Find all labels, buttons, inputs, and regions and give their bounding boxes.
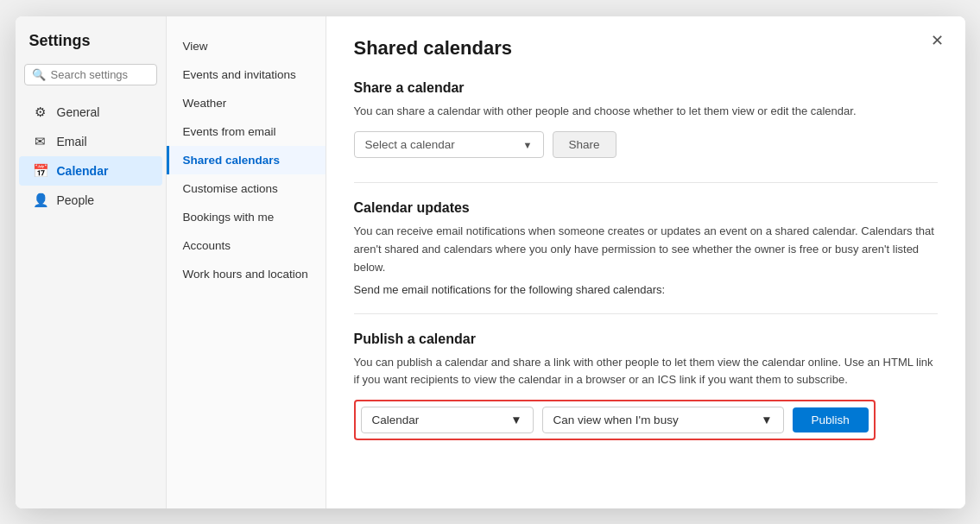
divider-1	[354, 182, 938, 183]
select-calendar-placeholder: Select a calendar	[365, 138, 455, 151]
divider-2	[354, 313, 938, 314]
sidebar-item-general[interactable]: ⚙ General	[19, 98, 162, 127]
publish-row: Calendar ▼ Can view when I'm busy ▼ Publ…	[354, 400, 876, 440]
mid-nav-customise-actions[interactable]: Customise actions	[167, 174, 326, 203]
search-box[interactable]: 🔍	[24, 64, 157, 85]
main-content: Shared calendars Share a calendar You ca…	[326, 16, 965, 508]
share-button[interactable]: Share	[553, 131, 616, 158]
email-icon: ✉	[33, 134, 48, 149]
share-calendar-row: Select a calendar ▼ Share	[354, 131, 938, 158]
publish-section-desc: You can publish a calendar and share a l…	[354, 354, 938, 388]
updates-section-heading: Calendar updates	[354, 200, 938, 216]
sidebar: Settings 🔍 ⚙ General ✉ Email 📅 Calendar …	[16, 16, 167, 508]
mid-nav: View Events and invitations Weather Even…	[167, 16, 326, 508]
send-notifications-label: Send me email notifications for the foll…	[354, 283, 938, 296]
publish-permission-dropdown[interactable]: Can view when I'm busy ▼	[542, 407, 784, 433]
publish-button[interactable]: Publish	[793, 407, 869, 432]
mid-nav-weather[interactable]: Weather	[167, 89, 326, 117]
search-icon: 🔍	[32, 68, 46, 81]
updates-section-desc: You can receive email notifications when…	[354, 223, 938, 276]
sidebar-item-people-label: People	[57, 193, 95, 207]
mid-nav-events-from-email[interactable]: Events from email	[167, 117, 326, 146]
sidebar-item-people[interactable]: 👤 People	[19, 186, 162, 215]
sidebar-item-calendar[interactable]: 📅 Calendar	[19, 156, 162, 186]
sidebar-item-calendar-label: Calendar	[57, 164, 109, 178]
publish-calendar-value: Calendar	[372, 414, 420, 426]
chevron-down-icon: ▼	[523, 140, 533, 150]
people-icon: 👤	[33, 193, 48, 208]
app-title: Settings	[16, 32, 166, 64]
chevron-down-icon-3: ▼	[761, 414, 772, 426]
share-section-desc: You can share a calendar with other peop…	[354, 103, 938, 120]
mid-nav-view[interactable]: View	[167, 32, 326, 60]
publish-permission-value: Can view when I'm busy	[553, 414, 679, 426]
calendar-icon: 📅	[33, 163, 48, 179]
sidebar-item-email-label: Email	[57, 135, 87, 148]
search-input[interactable]	[51, 68, 149, 81]
publish-calendar-dropdown[interactable]: Calendar ▼	[361, 407, 534, 433]
mid-nav-bookings-with-me[interactable]: Bookings with me	[167, 203, 326, 231]
mid-nav-events-invitations[interactable]: Events and invitations	[167, 60, 326, 89]
page-title: Shared calendars	[354, 37, 938, 60]
publish-section-heading: Publish a calendar	[354, 331, 938, 347]
sidebar-item-general-label: General	[57, 105, 100, 119]
mid-nav-shared-calendars[interactable]: Shared calendars	[167, 146, 326, 174]
general-icon: ⚙	[33, 104, 48, 120]
sidebar-item-email[interactable]: ✉ Email	[19, 127, 162, 156]
select-calendar-dropdown[interactable]: Select a calendar ▼	[354, 131, 544, 158]
chevron-down-icon-2: ▼	[510, 414, 522, 426]
share-section-heading: Share a calendar	[354, 80, 938, 96]
mid-nav-accounts[interactable]: Accounts	[167, 231, 326, 260]
settings-modal: ✕ Settings 🔍 ⚙ General ✉ Email 📅 Calenda…	[16, 16, 965, 508]
mid-nav-work-hours-location[interactable]: Work hours and location	[167, 260, 326, 288]
close-button[interactable]: ✕	[926, 28, 950, 53]
